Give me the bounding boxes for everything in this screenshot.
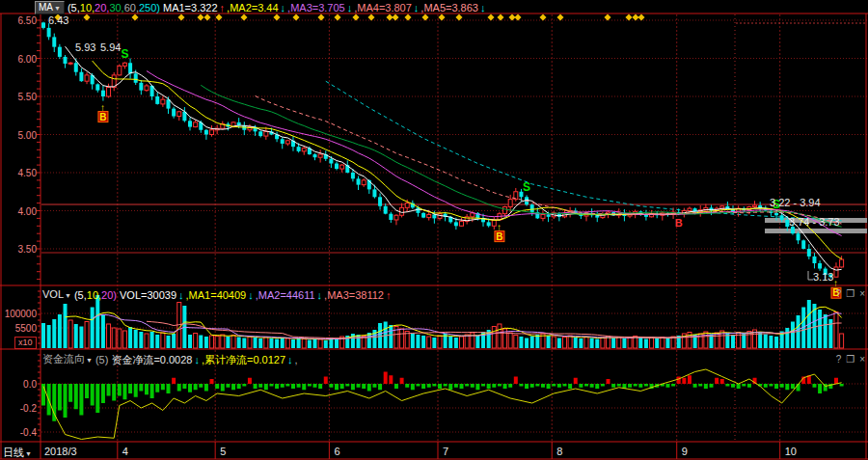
legend-text: ,MA2=44611 (256, 289, 315, 301)
close-icon[interactable]: × (859, 355, 865, 365)
time-axis-bar (0, 443, 868, 460)
moneyflow-legend: 资金流向▼ (5) 资金净流=0.0028↓,累计净流=0.0127↓, (42, 353, 298, 366)
legend-text: , (295, 354, 298, 365)
ma-dropdown-icon: ▼ (54, 3, 61, 14)
legend-text: 60, (124, 2, 139, 14)
svg-text:S: S (121, 47, 128, 61)
svg-text:3.22 - 3.94: 3.22 - 3.94 (770, 197, 821, 208)
legend-text: MA1=3.322 (163, 2, 218, 14)
moneyflow-pane-controls: ? ❐ × (836, 355, 865, 365)
volume-legend: VOL▼ (5,10,20) VOL=30039↓,MA1=40409↓,MA2… (42, 288, 393, 302)
ma-params: (5,10,20,30,60,250) (68, 2, 160, 14)
legend-text: VOL=30039 (120, 289, 176, 301)
marker-layer: ↑BS↑BSBS↑B6.435.935.943.22 - 3.943.74 - … (48, 14, 841, 298)
svg-text:4.50: 4.50 (18, 168, 38, 178)
legend-text: (5, (74, 289, 87, 301)
ma-values: MA1=3.322↑,MA2=3.44↓,MA3=3.705↓,MA4=3.80… (163, 2, 487, 14)
legend-text: ,累计净流=0.0127 (202, 354, 285, 365)
legend-text: ,MA1=40409 (186, 289, 247, 301)
period-selector[interactable]: 日线▼ (3, 446, 32, 460)
trend-arrow-icon: ↑ (220, 2, 226, 14)
maximize-icon[interactable]: ❐ (846, 289, 854, 299)
legend-text: 20) (101, 289, 117, 301)
svg-text:5.50: 5.50 (18, 92, 38, 102)
legend-text: ,MA4=3.807 (354, 2, 412, 14)
trend-arrow-icon: ↓ (414, 2, 420, 14)
help-icon[interactable]: ? (836, 289, 842, 299)
candles-layer (41, 22, 844, 280)
svg-text:S: S (523, 180, 530, 194)
legend-text: 10, (87, 289, 101, 301)
svg-text:6.50: 6.50 (18, 15, 38, 26)
chart-canvas: ↑BS↑BSBS↑B6.435.935.943.22 - 3.943.74 - … (0, 0, 868, 460)
stock-chart-window: ↑BS↑BSBS↑B6.435.935.943.22 - 3.943.74 - … (0, 0, 868, 460)
svg-text:5500: 5500 (15, 323, 38, 334)
help-icon[interactable]: ? (836, 355, 842, 365)
trend-arrow-icon: ↓ (248, 289, 254, 301)
svg-text:0.0: 0.0 (23, 379, 37, 390)
legend-text: 资金净流=0.0028 (111, 354, 192, 365)
flow-params: (5) (95, 354, 108, 365)
flow-indicator-label[interactable]: 资金流向▼ (42, 353, 93, 366)
legend-text: 20, (95, 2, 109, 14)
trend-arrow-icon: ↓ (287, 354, 293, 365)
trend-arrow-icon: ↓ (480, 2, 486, 14)
close-icon[interactable]: × (859, 289, 865, 299)
svg-text:6.43: 6.43 (48, 14, 68, 26)
svg-text:-0.2: -0.2 (20, 403, 38, 414)
svg-text:4.00: 4.00 (18, 206, 38, 217)
flow-dropdown-icon: ▼ (86, 355, 93, 366)
volume-layer (41, 295, 844, 348)
vol-indicator-label[interactable]: VOL▼ (42, 288, 71, 302)
svg-text:6.00: 6.00 (18, 54, 38, 65)
svg-text:B: B (496, 231, 502, 242)
legend-text: ,MA3=38112 (324, 289, 384, 301)
svg-text:100000: 100000 (5, 309, 38, 319)
legend-text: (5) (95, 354, 108, 365)
ma-indicator-button[interactable]: MA▼ (35, 1, 65, 14)
period-dropdown-icon: ▼ (25, 450, 32, 457)
trend-arrow-icon: ↓ (347, 2, 353, 14)
flow-layer (41, 369, 844, 440)
svg-text:5.00: 5.00 (18, 130, 38, 141)
flow-values: 资金净流=0.0028↓,累计净流=0.0127↓, (111, 354, 297, 365)
svg-text:3.13: 3.13 (813, 271, 833, 283)
maximize-icon[interactable]: ❐ (846, 355, 854, 365)
vol-params: (5,10,20) (74, 289, 117, 301)
legend-text: (5, (68, 2, 80, 14)
trend-arrow-icon: ↓ (281, 2, 286, 14)
svg-text:5.93: 5.93 (75, 41, 95, 53)
svg-text:B: B (675, 217, 683, 229)
legend-text: ,MA2=3.44 (227, 2, 279, 14)
trend-arrow-icon: ↑ (386, 289, 392, 301)
legend-text: 30, (109, 2, 123, 14)
trend-arrow-icon: ↓ (178, 289, 184, 301)
trend-arrow-icon: ↓ (194, 354, 200, 365)
vol-values: VOL=30039↓,MA1=40409↓,MA2=44611↓,MA3=381… (120, 289, 393, 301)
legend-text: 250) (139, 2, 160, 14)
svg-text:3.50: 3.50 (18, 244, 38, 255)
trend-arrow-icon: ↓ (317, 289, 323, 301)
vol-dropdown-icon: ▼ (65, 290, 71, 302)
price-ma-layer (66, 46, 842, 270)
legend-text: ,MA3=3.705 (287, 2, 345, 14)
svg-text:B: B (99, 112, 106, 122)
svg-text:5.94: 5.94 (100, 41, 121, 53)
svg-text:-0.4: -0.4 (20, 427, 38, 438)
volume-pane-controls: ? ❐ × (836, 289, 865, 299)
volume-unit-badge: x10 (14, 337, 37, 349)
legend-text: 10, (80, 2, 95, 14)
svg-text:3.74 - 3.73: 3.74 - 3.73 (789, 216, 840, 228)
main-ma-legend: MA▼ (5,10,20,30,60,250) MA1=3.322↑,MA2=3… (35, 1, 487, 14)
legend-text: ,MA5=3.863 (420, 2, 478, 14)
